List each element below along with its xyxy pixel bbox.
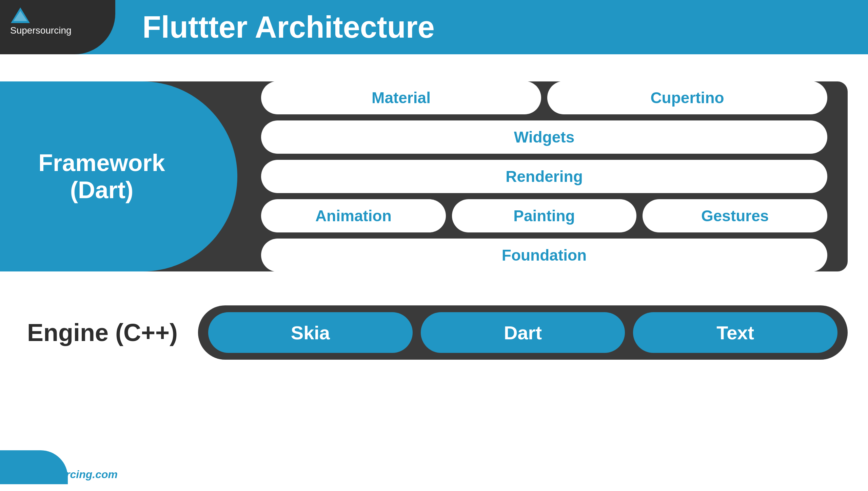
footer-website: supersourcing.com: [17, 468, 118, 481]
main-content: Material Cupertino Widgets Rendering: [0, 54, 868, 491]
rendering-pill: Rendering: [261, 160, 827, 193]
cupertino-pill: Cupertino: [547, 81, 827, 114]
engine-label: Engine (C++): [0, 319, 198, 346]
engine-section: Engine (C++) Skia Dart Text: [0, 299, 848, 366]
material-label: Material: [372, 89, 431, 107]
page-title: Fluttter Architecture: [142, 10, 435, 45]
material-pill: Material: [261, 81, 541, 114]
rendering-label: Rendering: [506, 167, 583, 186]
framework-row-3: Rendering: [261, 160, 827, 193]
footer: supersourcing.com: [0, 468, 868, 484]
logo-text: Supersourcing: [10, 25, 72, 36]
framework-label: Framework (Dart): [38, 149, 165, 204]
framework-grid: Material Cupertino Widgets Rendering: [261, 81, 827, 272]
framework-row-2: Widgets: [261, 120, 827, 154]
framework-section: Material Cupertino Widgets Rendering: [0, 81, 848, 271]
cupertino-label: Cupertino: [650, 89, 724, 107]
dart-pill: Dart: [421, 312, 625, 353]
skia-label: Skia: [291, 322, 330, 344]
gestures-pill: Gestures: [643, 199, 827, 232]
text-label: Text: [716, 322, 754, 344]
framework-row-4: Animation Painting Gestures: [261, 199, 827, 232]
text-pill: Text: [633, 312, 837, 353]
dart-label: Dart: [504, 322, 542, 344]
supersourcing-logo-icon: [10, 7, 31, 24]
painting-label: Painting: [513, 207, 575, 225]
animation-pill: Animation: [261, 199, 446, 232]
foundation-pill: Foundation: [261, 239, 827, 272]
logo-area: Supersourcing: [10, 7, 72, 36]
widgets-pill: Widgets: [261, 120, 827, 154]
painting-pill: Painting: [452, 199, 637, 232]
foundation-label: Foundation: [502, 246, 587, 264]
gestures-label: Gestures: [701, 207, 769, 225]
framework-row-1: Material Cupertino: [261, 81, 827, 114]
header: Supersourcing Fluttter Architecture: [0, 0, 868, 54]
widgets-label: Widgets: [514, 128, 574, 146]
animation-label: Animation: [315, 207, 392, 225]
engine-dark-bg: Skia Dart Text: [198, 305, 848, 360]
framework-row-5: Foundation: [261, 239, 827, 272]
skia-pill: Skia: [208, 312, 413, 353]
framework-blue-pill: Framework (Dart): [0, 81, 237, 271]
